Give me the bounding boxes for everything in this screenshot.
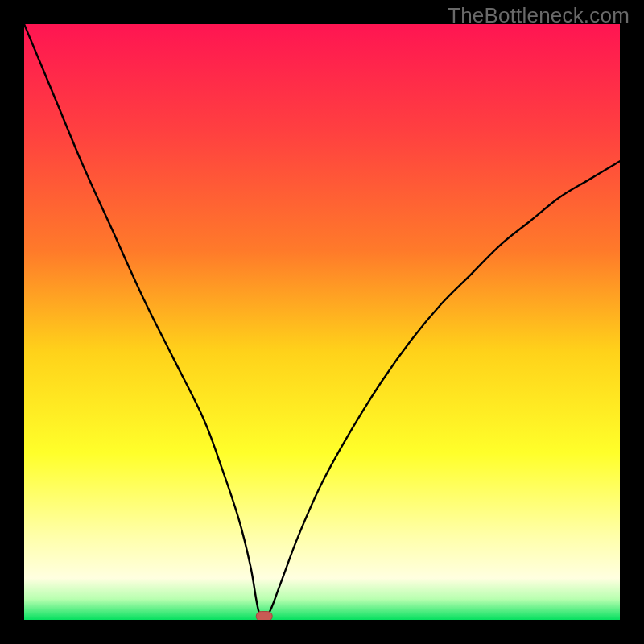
- bottleneck-chart: [24, 24, 620, 620]
- optimal-point-marker: [256, 612, 272, 620]
- gradient-background: [24, 24, 620, 620]
- plot-area: [24, 24, 620, 620]
- chart-frame: TheBottleneck.com: [0, 0, 644, 644]
